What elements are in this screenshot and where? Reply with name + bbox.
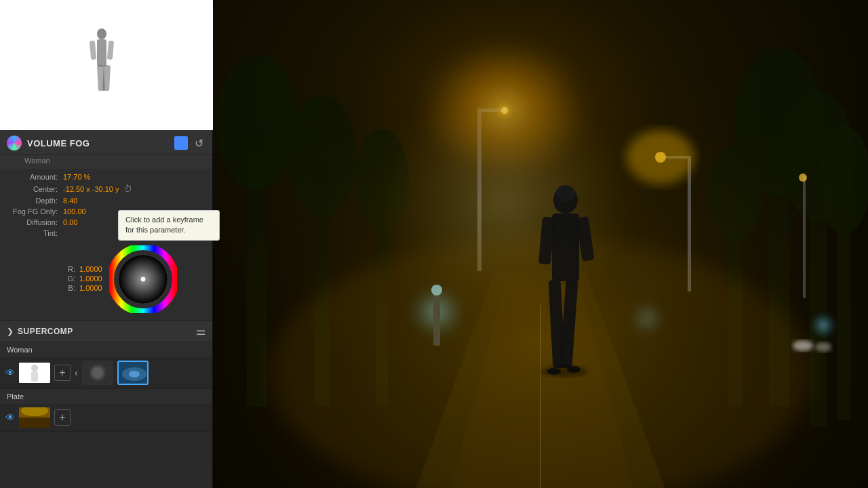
- amount-value[interactable]: 17.70 %: [63, 173, 90, 181]
- rgb-r-row: R: 1.0000: [63, 265, 102, 273]
- layer-group-plate: Plate 👁 +: [0, 389, 212, 432]
- svg-rect-61: [552, 214, 579, 281]
- svg-rect-1: [97, 39, 106, 66]
- color-wheel[interactable]: [109, 245, 177, 313]
- volume-fog-icon: [7, 136, 22, 150]
- fog-effect-svg: [119, 362, 149, 385]
- diffusion-value[interactable]: 0.00: [63, 218, 77, 226]
- center-label: Center:: [5, 185, 63, 193]
- depth-label: Depth:: [5, 197, 63, 205]
- layer-add-button[interactable]: +: [54, 365, 71, 381]
- supercomp-header: ❯ SUPERCOMP ⚌: [0, 321, 212, 342]
- layer-group-woman: Woman 👁 + ‹: [0, 342, 212, 389]
- layer-group-woman-header: Woman: [0, 342, 212, 357]
- left-panel: VOLUME FOG ↺ Woman Amount: 17.70 % Cente…: [0, 0, 213, 488]
- svg-rect-5: [102, 65, 111, 91]
- main-image: [213, 0, 868, 488]
- svg-rect-22: [19, 418, 50, 428]
- layer-nav-button[interactable]: ‹: [75, 367, 78, 378]
- toggle-button[interactable]: [174, 136, 188, 150]
- g-value[interactable]: 1.0000: [79, 274, 102, 283]
- svg-point-71: [815, 342, 831, 352]
- params-section: Amount: 17.70 % Center: -12.50 x -30.10 …: [0, 169, 212, 243]
- layer-thumb-plate: [19, 407, 50, 428]
- center-value[interactable]: -12.50 x -30.10 y: [63, 185, 119, 193]
- layer-group-woman-label: Woman: [7, 346, 33, 354]
- fogfg-value[interactable]: 100.00: [63, 207, 86, 216]
- b-channel-label: B:: [63, 284, 75, 292]
- tint-row: Tint:: [5, 229, 207, 237]
- r-value[interactable]: 1.0000: [79, 265, 102, 273]
- layer-effect-thumb-fog[interactable]: [117, 361, 149, 385]
- svg-rect-14: [31, 371, 38, 382]
- rgb-g-row: G: 1.0000: [63, 274, 102, 283]
- param-diffusion-row: Diffusion: 0.00: [5, 218, 207, 226]
- layer-eye-button-woman[interactable]: 👁: [5, 367, 15, 378]
- param-center-row: Center: -12.50 x -30.10 y ⏱: [5, 184, 207, 194]
- param-fogfg-row: Fog FG Only: 100.00: [5, 207, 207, 216]
- layer-group-plate-label: Plate: [7, 392, 24, 401]
- effect-header-right: ↺: [174, 136, 205, 150]
- g-channel-label: G:: [63, 274, 75, 283]
- layer-thumb-woman-svg: [19, 363, 50, 383]
- amount-label: Amount:: [5, 173, 63, 181]
- center-clock-icon[interactable]: ⏱: [123, 184, 132, 194]
- svg-point-13: [31, 365, 38, 371]
- supercomp-title-row: ❯ SUPERCOMP: [7, 327, 73, 336]
- preview-area: [0, 0, 213, 130]
- svg-point-68: [556, 185, 575, 201]
- blur-effect-svg: [82, 361, 113, 385]
- param-amount-row: Amount: 17.70 %: [5, 173, 207, 181]
- svg-point-0: [97, 28, 106, 39]
- supercomp-section: ❯ SUPERCOMP ⚌ Woman 👁 +: [0, 320, 212, 488]
- color-wheel-svg[interactable]: [109, 245, 177, 313]
- r-channel-label: R:: [63, 265, 75, 273]
- scene-svg: [213, 0, 868, 488]
- layer-thumb-woman: [19, 363, 50, 383]
- color-wheel-section: R: 1.0000 G: 1.0000 B: 1.0000: [0, 243, 212, 320]
- supercomp-settings-button[interactable]: ⚌: [196, 325, 205, 338]
- tint-label: Tint:: [5, 229, 63, 237]
- supercomp-title: SUPERCOMP: [18, 327, 73, 336]
- svg-rect-3: [107, 41, 114, 60]
- svg-point-70: [793, 340, 813, 351]
- depth-value[interactable]: 8.40: [63, 197, 77, 205]
- reset-button[interactable]: ↺: [192, 136, 205, 150]
- effect-header-left: VOLUME FOG: [7, 136, 90, 150]
- effect-title: VOLUME FOG: [27, 138, 90, 148]
- svg-point-69: [540, 366, 588, 377]
- layer-add-button-plate[interactable]: +: [54, 409, 71, 426]
- layer-group-plate-header: Plate: [0, 389, 212, 404]
- layer-row-plate: 👁 +: [0, 404, 212, 431]
- svg-point-19: [129, 371, 140, 378]
- svg-point-11: [140, 277, 146, 282]
- b-value[interactable]: 1.0000: [79, 284, 102, 292]
- preview-figure: [88, 27, 115, 108]
- svg-rect-2: [90, 41, 96, 60]
- main-viewport: [213, 0, 868, 488]
- layer-effect-thumb-blur[interactable]: [82, 361, 113, 385]
- layer-thumb-plate-svg: [19, 407, 50, 428]
- fogfg-label: Fog FG Only:: [5, 207, 63, 216]
- effect-subtitle: Woman: [0, 155, 212, 169]
- layer-row-woman: 👁 + ‹: [0, 357, 212, 388]
- rgb-b-row: B: 1.0000: [63, 284, 102, 292]
- effect-header: VOLUME FOG ↺: [0, 130, 212, 155]
- layer-eye-button-plate[interactable]: 👁: [5, 412, 15, 423]
- diffusion-label: Diffusion:: [5, 218, 63, 226]
- supercomp-chevron-icon: ❯: [7, 327, 14, 336]
- rgb-values: R: 1.0000 G: 1.0000 B: 1.0000: [63, 265, 102, 293]
- svg-point-16: [91, 366, 104, 380]
- param-depth-row: Depth: 8.40 Click to add a keyframe for …: [5, 197, 207, 205]
